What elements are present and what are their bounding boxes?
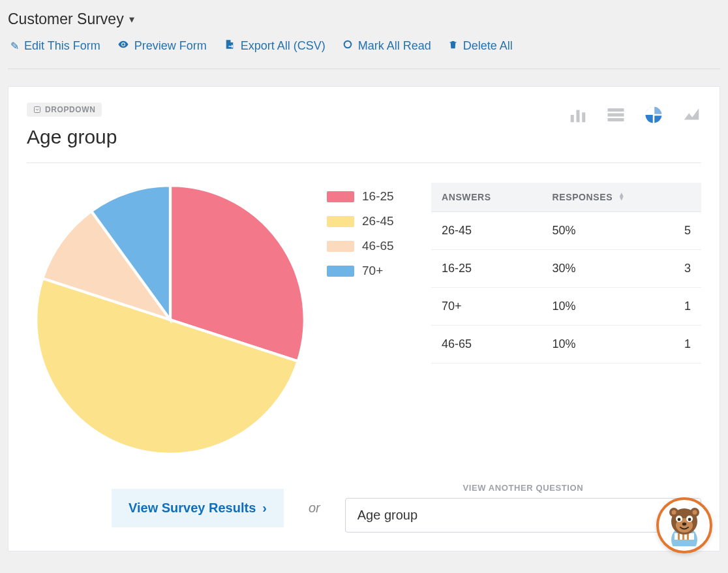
col-answers[interactable]: ANSWERS [431, 183, 526, 212]
cell-count: 3 [674, 250, 701, 288]
another-question-label: VIEW ANOTHER QUESTION [345, 483, 701, 493]
card-divider [27, 163, 701, 163]
svg-point-16 [672, 510, 676, 515]
cell-percent: 10% [526, 288, 674, 326]
legend-swatch [327, 241, 354, 252]
legend-swatch [327, 216, 354, 227]
cell-percent: 50% [526, 212, 674, 250]
bar-chart-icon[interactable] [568, 105, 588, 125]
cell-percent: 10% [526, 326, 674, 364]
table-row[interactable]: 16-2530%3 [431, 250, 701, 288]
field-type-tag: DROPDOWN [27, 102, 102, 117]
legend-swatch [327, 191, 354, 202]
tag-label: DROPDOWN [45, 105, 95, 114]
svg-point-21 [678, 518, 681, 521]
eye-icon [117, 39, 129, 53]
trash-icon [448, 40, 458, 52]
action-label: Export All (CSV) [241, 39, 326, 53]
svg-point-0 [344, 41, 351, 48]
results-table: ANSWERS RESPONSES ▲▼ 26-4550%516-2530%37… [431, 183, 701, 364]
cell-answer: 46-65 [431, 326, 526, 364]
action-label: Edit This Form [24, 39, 100, 53]
survey-selector[interactable]: Customer Survey ▾ [8, 10, 720, 28]
col-count [674, 183, 701, 212]
dropdown-icon [33, 106, 41, 114]
legend-item[interactable]: 16-25 [327, 189, 418, 204]
header-divider [8, 69, 720, 69]
svg-rect-5 [608, 108, 624, 112]
svg-rect-7 [608, 118, 624, 121]
horizontal-bars-icon[interactable] [606, 105, 626, 125]
legend-label: 70+ [362, 264, 383, 278]
chevron-right-icon: › [262, 501, 267, 516]
action-label: Preview Form [134, 39, 207, 53]
cell-count: 5 [674, 212, 701, 250]
legend-item[interactable]: 46-65 [327, 239, 418, 253]
help-mascot-button[interactable] [656, 497, 712, 553]
col-responses[interactable]: RESPONSES ▲▼ [526, 183, 674, 212]
or-text: or [309, 501, 320, 516]
cell-count: 1 [674, 326, 701, 364]
export-icon [224, 39, 235, 53]
form-actions: ✎ Edit This Form Preview Form Export All… [8, 39, 720, 63]
table-row[interactable]: 26-4550%5 [431, 212, 701, 250]
circle-icon [342, 39, 353, 52]
svg-point-23 [682, 523, 686, 526]
button-label: View Survey Results [129, 501, 256, 516]
chart-legend: 16-2526-4546-6570+ [327, 183, 418, 288]
cell-answer: 16-25 [431, 250, 526, 288]
svg-rect-6 [608, 114, 624, 117]
cell-percent: 30% [526, 250, 674, 288]
action-label: Delete All [463, 39, 513, 53]
results-card: DROPDOWN Age group 16-2526-4546-6570+ [8, 86, 720, 551]
pie-chart-icon[interactable] [644, 105, 663, 125]
export-csv-link[interactable]: Export All (CSV) [224, 39, 326, 53]
question-title: Age group [27, 126, 117, 148]
cell-count: 1 [674, 288, 701, 326]
svg-rect-10 [678, 533, 680, 540]
action-label: Mark All Read [358, 39, 431, 53]
chevron-down-icon: ▾ [129, 13, 134, 25]
area-chart-icon[interactable] [682, 105, 701, 125]
svg-rect-4 [582, 112, 585, 122]
legend-label: 46-65 [362, 239, 394, 253]
preview-form-link[interactable]: Preview Form [117, 39, 207, 53]
pencil-icon: ✎ [10, 40, 19, 52]
select-value: Age group [357, 508, 417, 523]
edit-form-link[interactable]: ✎ Edit This Form [10, 39, 100, 53]
chart-type-switcher [568, 105, 701, 125]
view-results-button[interactable]: View Survey Results › [112, 489, 284, 527]
svg-rect-3 [577, 110, 580, 123]
table-row[interactable]: 70+10%1 [431, 288, 701, 326]
mark-read-link[interactable]: Mark All Read [342, 39, 431, 53]
svg-point-17 [693, 510, 697, 515]
table-row[interactable]: 46-6510%1 [431, 326, 701, 364]
pie-chart [33, 183, 307, 457]
svg-rect-1 [35, 107, 40, 113]
cell-answer: 70+ [431, 288, 526, 326]
legend-label: 26-45 [362, 214, 394, 228]
legend-label: 16-25 [362, 189, 394, 204]
svg-rect-2 [571, 115, 574, 122]
cell-answer: 26-45 [431, 212, 526, 250]
bear-icon [663, 504, 705, 546]
survey-title: Customer Survey [8, 10, 124, 28]
svg-point-22 [688, 518, 691, 521]
question-select[interactable]: Age group ▼ [345, 498, 701, 533]
svg-rect-12 [687, 533, 689, 540]
delete-all-link[interactable]: Delete All [448, 39, 513, 53]
sort-icon: ▲▼ [618, 193, 626, 200]
legend-swatch [327, 266, 354, 277]
legend-item[interactable]: 70+ [327, 264, 418, 278]
legend-item[interactable]: 26-45 [327, 214, 418, 228]
